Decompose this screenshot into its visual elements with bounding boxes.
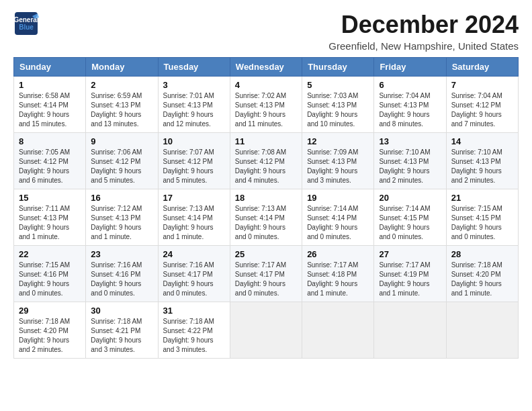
cell-info: Sunrise: 7:04 AMSunset: 4:13 PMDaylight:… <box>379 91 441 129</box>
cell-info: Sunrise: 7:13 AMSunset: 4:14 PMDaylight:… <box>235 204 297 242</box>
table-row: 4Sunrise: 7:02 AMSunset: 4:13 PMDaylight… <box>230 77 302 133</box>
col-tuesday: Tuesday <box>158 58 230 77</box>
day-number: 9 <box>91 136 152 146</box>
table-row: 28Sunrise: 7:18 AMSunset: 4:20 PMDayligh… <box>446 246 518 302</box>
day-number: 16 <box>91 193 152 203</box>
day-number: 12 <box>307 136 369 146</box>
day-number: 27 <box>379 249 441 259</box>
cell-info: Sunrise: 7:18 AMSunset: 4:20 PMDaylight:… <box>19 317 81 355</box>
cell-info: Sunrise: 7:01 AMSunset: 4:13 PMDaylight:… <box>163 91 225 129</box>
table-row: 20Sunrise: 7:14 AMSunset: 4:15 PMDayligh… <box>374 189 446 246</box>
day-number: 31 <box>163 306 225 316</box>
day-number: 30 <box>91 306 152 316</box>
table-row: 8Sunrise: 7:05 AMSunset: 4:12 PMDaylight… <box>14 133 86 189</box>
cell-info: Sunrise: 7:13 AMSunset: 4:14 PMDaylight:… <box>163 204 225 242</box>
cell-info: Sunrise: 6:59 AMSunset: 4:13 PMDaylight:… <box>91 91 152 129</box>
cell-info: Sunrise: 7:10 AMSunset: 4:13 PMDaylight:… <box>379 148 441 185</box>
table-row: 23Sunrise: 7:16 AMSunset: 4:16 PMDayligh… <box>86 246 158 302</box>
day-number: 13 <box>379 136 441 146</box>
table-row: 12Sunrise: 7:09 AMSunset: 4:13 PMDayligh… <box>302 133 374 189</box>
cell-info: Sunrise: 7:14 AMSunset: 4:14 PMDaylight:… <box>307 204 369 242</box>
day-number: 2 <box>91 80 152 90</box>
table-row <box>446 302 518 359</box>
cell-info: Sunrise: 7:18 AMSunset: 4:21 PMDaylight:… <box>91 317 152 355</box>
cell-info: Sunrise: 7:07 AMSunset: 4:12 PMDaylight:… <box>163 148 225 185</box>
col-thursday: Thursday <box>302 58 374 77</box>
day-number: 1 <box>19 80 81 90</box>
table-row: 6Sunrise: 7:04 AMSunset: 4:13 PMDaylight… <box>374 77 446 133</box>
table-row: 24Sunrise: 7:16 AMSunset: 4:17 PMDayligh… <box>158 246 230 302</box>
col-saturday: Saturday <box>446 58 518 77</box>
table-row <box>374 302 446 359</box>
day-number: 7 <box>451 80 513 90</box>
cell-info: Sunrise: 7:15 AMSunset: 4:15 PMDaylight:… <box>451 204 513 242</box>
table-row: 15Sunrise: 7:11 AMSunset: 4:13 PMDayligh… <box>14 189 86 246</box>
table-row: 2Sunrise: 6:59 AMSunset: 4:13 PMDaylight… <box>86 77 158 133</box>
table-row: 29Sunrise: 7:18 AMSunset: 4:20 PMDayligh… <box>14 302 86 359</box>
day-number: 17 <box>163 193 225 203</box>
day-number: 22 <box>19 249 81 259</box>
location: Greenfield, New Hampshire, United States <box>328 40 519 52</box>
table-row: 7Sunrise: 7:04 AMSunset: 4:12 PMDaylight… <box>446 77 518 133</box>
page-header: General Blue December 2024 Greenfield, N… <box>13 11 519 52</box>
calendar-week-row: 15Sunrise: 7:11 AMSunset: 4:13 PMDayligh… <box>14 189 519 246</box>
day-number: 23 <box>91 249 152 259</box>
calendar-week-row: 8Sunrise: 7:05 AMSunset: 4:12 PMDaylight… <box>14 133 519 189</box>
day-number: 29 <box>19 306 81 316</box>
day-number: 20 <box>379 193 441 203</box>
table-row: 19Sunrise: 7:14 AMSunset: 4:14 PMDayligh… <box>302 189 374 246</box>
title-section: December 2024 Greenfield, New Hampshire,… <box>328 11 519 52</box>
day-number: 28 <box>451 249 513 259</box>
day-number: 18 <box>235 193 297 203</box>
table-row: 30Sunrise: 7:18 AMSunset: 4:21 PMDayligh… <box>86 302 158 359</box>
table-row: 27Sunrise: 7:17 AMSunset: 4:19 PMDayligh… <box>374 246 446 302</box>
cell-info: Sunrise: 7:12 AMSunset: 4:13 PMDaylight:… <box>91 204 152 242</box>
calendar-table: Sunday Monday Tuesday Wednesday Thursday… <box>13 57 519 359</box>
cell-info: Sunrise: 7:17 AMSunset: 4:18 PMDaylight:… <box>307 261 369 298</box>
cell-info: Sunrise: 7:15 AMSunset: 4:16 PMDaylight:… <box>19 261 81 298</box>
day-number: 14 <box>451 136 513 146</box>
day-number: 24 <box>163 249 225 259</box>
table-row: 10Sunrise: 7:07 AMSunset: 4:12 PMDayligh… <box>158 133 230 189</box>
day-number: 19 <box>307 193 369 203</box>
table-row <box>302 302 374 359</box>
day-number: 15 <box>19 193 81 203</box>
table-row: 3Sunrise: 7:01 AMSunset: 4:13 PMDaylight… <box>158 77 230 133</box>
table-row: 16Sunrise: 7:12 AMSunset: 4:13 PMDayligh… <box>86 189 158 246</box>
cell-info: Sunrise: 7:17 AMSunset: 4:19 PMDaylight:… <box>379 261 441 298</box>
cell-info: Sunrise: 7:09 AMSunset: 4:13 PMDaylight:… <box>307 148 369 185</box>
cell-info: Sunrise: 7:16 AMSunset: 4:16 PMDaylight:… <box>91 261 152 298</box>
cell-info: Sunrise: 7:17 AMSunset: 4:17 PMDaylight:… <box>235 261 297 298</box>
cell-info: Sunrise: 7:10 AMSunset: 4:13 PMDaylight:… <box>451 148 513 185</box>
svg-text:Blue: Blue <box>19 24 34 31</box>
month-title: December 2024 <box>328 11 519 39</box>
day-number: 8 <box>19 136 81 146</box>
day-number: 26 <box>307 249 369 259</box>
table-row: 25Sunrise: 7:17 AMSunset: 4:17 PMDayligh… <box>230 246 302 302</box>
cell-info: Sunrise: 7:04 AMSunset: 4:12 PMDaylight:… <box>451 91 513 129</box>
cell-info: Sunrise: 7:03 AMSunset: 4:13 PMDaylight:… <box>307 91 369 129</box>
day-number: 5 <box>307 80 369 90</box>
cell-info: Sunrise: 7:11 AMSunset: 4:13 PMDaylight:… <box>19 204 81 242</box>
col-friday: Friday <box>374 58 446 77</box>
cell-info: Sunrise: 7:18 AMSunset: 4:22 PMDaylight:… <box>163 317 225 355</box>
table-row: 31Sunrise: 7:18 AMSunset: 4:22 PMDayligh… <box>158 302 230 359</box>
cell-info: Sunrise: 7:16 AMSunset: 4:17 PMDaylight:… <box>163 261 225 298</box>
table-row: 18Sunrise: 7:13 AMSunset: 4:14 PMDayligh… <box>230 189 302 246</box>
table-row: 22Sunrise: 7:15 AMSunset: 4:16 PMDayligh… <box>14 246 86 302</box>
col-wednesday: Wednesday <box>230 58 302 77</box>
cell-info: Sunrise: 7:06 AMSunset: 4:12 PMDaylight:… <box>91 148 152 185</box>
table-row: 13Sunrise: 7:10 AMSunset: 4:13 PMDayligh… <box>374 133 446 189</box>
table-row: 14Sunrise: 7:10 AMSunset: 4:13 PMDayligh… <box>446 133 518 189</box>
cell-info: Sunrise: 7:05 AMSunset: 4:12 PMDaylight:… <box>19 148 81 185</box>
day-number: 10 <box>163 136 225 146</box>
cell-info: Sunrise: 7:08 AMSunset: 4:12 PMDaylight:… <box>235 148 297 185</box>
calendar-week-row: 1Sunrise: 6:58 AMSunset: 4:14 PMDaylight… <box>14 77 519 133</box>
cell-info: Sunrise: 6:58 AMSunset: 4:14 PMDaylight:… <box>19 91 81 129</box>
table-row: 21Sunrise: 7:15 AMSunset: 4:15 PMDayligh… <box>446 189 518 246</box>
day-number: 25 <box>235 249 297 259</box>
logo: General Blue <box>13 11 39 36</box>
calendar-week-row: 29Sunrise: 7:18 AMSunset: 4:20 PMDayligh… <box>14 302 519 359</box>
logo-icon: General Blue <box>13 11 39 36</box>
cell-info: Sunrise: 7:02 AMSunset: 4:13 PMDaylight:… <box>235 91 297 129</box>
